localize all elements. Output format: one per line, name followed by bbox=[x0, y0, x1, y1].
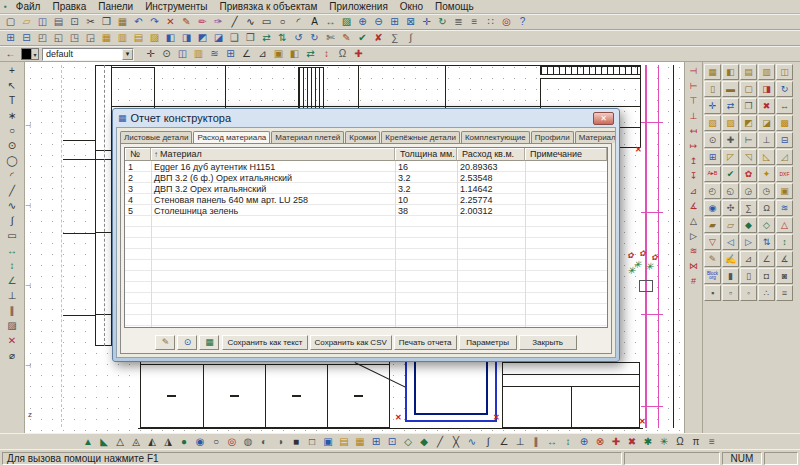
vertical-arrow-icon[interactable]: ↕ bbox=[561, 435, 576, 449]
spline-icon[interactable]: ∫ bbox=[5, 214, 20, 228]
back-arrow-icon[interactable]: ← bbox=[3, 47, 18, 61]
triangle-dot-icon[interactable]: ◬ bbox=[129, 435, 144, 449]
excel-export-icon[interactable]: ▦ bbox=[199, 335, 219, 350]
diamond-outline-icon[interactable]: ◇ bbox=[758, 217, 775, 233]
confirm-part-icon[interactable]: ✔ bbox=[722, 166, 739, 182]
angle-part-icon[interactable]: ∠ bbox=[758, 251, 775, 267]
diamond-outline-icon[interactable]: ◇ bbox=[401, 435, 416, 449]
view-bottom-right-icon[interactable]: ◲ bbox=[83, 31, 98, 45]
triangle-up-icon[interactable]: △ bbox=[776, 217, 793, 233]
tab-profile-materials[interactable]: Материалы профилей bbox=[575, 131, 615, 143]
menu-item[interactable]: Привязка к объектам bbox=[214, 0, 324, 13]
spline-bottom-icon[interactable]: ∫ bbox=[481, 435, 496, 449]
plus-icon[interactable]: ✚ bbox=[609, 435, 624, 449]
dxf-export-icon[interactable]: DXF bbox=[776, 166, 793, 182]
table-row[interactable]: 1 Egger 16 дуб аутентик H1151 16 20.8936… bbox=[125, 161, 607, 172]
board-icon[interactable]: ▣ bbox=[776, 183, 793, 199]
dimension-icon[interactable]: ↔ bbox=[323, 15, 338, 29]
arrow-down-icon[interactable]: ↧ bbox=[686, 169, 701, 183]
therefore-icon[interactable]: ∴ bbox=[758, 285, 775, 301]
table-icon[interactable]: ⊞ bbox=[3, 31, 18, 45]
layer-combobox[interactable]: default ▾ bbox=[42, 48, 134, 61]
hatch-icon[interactable]: ▨ bbox=[339, 15, 354, 29]
hand-write-icon[interactable]: ✍ bbox=[722, 251, 739, 267]
save-as-csv-button[interactable]: Сохранить как CSV bbox=[310, 335, 392, 350]
menu-item[interactable]: Правка bbox=[46, 0, 92, 13]
omega-bottom-icon[interactable]: Ω bbox=[673, 435, 688, 449]
line-tool-icon[interactable]: ╱ bbox=[5, 184, 20, 198]
view-top-right-icon[interactable]: ◳ bbox=[67, 31, 82, 45]
table-row[interactable]: 5 Столешница зелень 38 2.00312 bbox=[125, 205, 607, 216]
cabinet-tool-icon[interactable]: ◫ bbox=[175, 47, 190, 61]
pi-icon[interactable]: π bbox=[689, 435, 704, 449]
angle-bottom-icon[interactable]: ∠ bbox=[497, 435, 512, 449]
triangle-left-half-icon[interactable]: ◭ bbox=[145, 435, 160, 449]
table-row[interactable]: 2 ДВП 3.2 (6 ф.) Орех итальянский 3.2 2.… bbox=[125, 172, 607, 183]
small-square-icon[interactable]: ▪ bbox=[704, 285, 721, 301]
tab-components[interactable]: Комплектующие bbox=[461, 131, 530, 143]
text-tool-icon[interactable]: T bbox=[5, 94, 20, 108]
edit-report-icon[interactable]: ✎ bbox=[155, 335, 175, 350]
shelf-row-icon[interactable]: ▥ bbox=[191, 47, 206, 61]
center-circle-icon[interactable]: ⊙ bbox=[5, 139, 20, 153]
clock-q3-icon[interactable]: ◶ bbox=[740, 183, 757, 199]
horizontal-arrow-icon[interactable]: ↔ bbox=[545, 435, 560, 449]
triangle-right-icon[interactable]: ▷ bbox=[740, 234, 757, 250]
square-inner-icon[interactable]: ▣ bbox=[321, 435, 336, 449]
angle-dim-icon[interactable]: ∠ bbox=[5, 274, 20, 288]
hatch-right-icon[interactable]: ▨ bbox=[722, 115, 739, 131]
material-board-icon[interactable]: ▦ bbox=[99, 31, 114, 45]
right-triangle-part-icon[interactable]: ⊿ bbox=[740, 251, 757, 267]
menu-item[interactable]: Окно bbox=[394, 0, 429, 13]
measured-angle-part-icon[interactable]: ∡ bbox=[776, 251, 793, 267]
tab-fasteners[interactable]: Крепёжные детали bbox=[381, 131, 460, 143]
worktop-icon[interactable]: ▬ bbox=[722, 81, 739, 97]
preview-report-icon[interactable]: ⊙ bbox=[177, 335, 197, 350]
triangle-right-icon[interactable]: ▷ bbox=[686, 229, 701, 243]
ellipse-icon[interactable]: ◯ bbox=[5, 154, 20, 168]
flower-icon[interactable]: ✿ bbox=[740, 166, 757, 182]
print-icon[interactable]: ▤ bbox=[51, 15, 66, 29]
table-row[interactable]: 3 ДВП 3.2 Орех итальянский 3.2 1.14642 bbox=[125, 183, 607, 194]
wave-icon[interactable]: ∿ bbox=[465, 435, 480, 449]
menu-item[interactable]: Файл bbox=[10, 0, 47, 13]
rectangle-icon[interactable]: ▭ bbox=[259, 15, 274, 29]
tab-material-usage[interactable]: Расход материала bbox=[193, 131, 270, 143]
triangle-fill-icon[interactable]: ▲ bbox=[81, 435, 96, 449]
hatch-left-icon[interactable]: ▧ bbox=[704, 115, 721, 131]
star-icon[interactable]: ✳ bbox=[657, 435, 672, 449]
center-tool-icon[interactable]: ⊙ bbox=[159, 47, 174, 61]
lamp-icon[interactable]: ✦ bbox=[758, 166, 775, 182]
pan-icon[interactable]: ✛ bbox=[419, 15, 434, 29]
triangle-left-icon[interactable]: ◁ bbox=[722, 234, 739, 250]
dim-left-icon[interactable]: ⊣ bbox=[686, 64, 701, 78]
wedge-bl-icon[interactable]: ◺ bbox=[758, 149, 775, 165]
new-file-icon[interactable]: ▢ bbox=[3, 15, 18, 29]
vertical-dim-icon[interactable]: ↕ bbox=[5, 259, 20, 273]
half-top-icon[interactable]: ◩ bbox=[195, 31, 210, 45]
rows-icon[interactable]: ▤ bbox=[337, 435, 352, 449]
target-icon[interactable]: ◉ bbox=[704, 200, 721, 216]
swap-vertical-icon[interactable]: ⇅ bbox=[758, 234, 775, 250]
square-fill-icon[interactable]: ■ bbox=[289, 435, 304, 449]
times-circle-icon[interactable]: ⊗ bbox=[593, 435, 608, 449]
circle-target-icon[interactable]: ◉ bbox=[193, 435, 208, 449]
grid-tool-icon[interactable]: ⊞ bbox=[223, 47, 238, 61]
material-drawers-icon[interactable]: ▥ bbox=[115, 31, 130, 45]
dim-right-icon[interactable]: ⊢ bbox=[686, 79, 701, 93]
view-bottom-left-icon[interactable]: ◱ bbox=[51, 31, 66, 45]
inverse-circle-icon[interactable]: ◘ bbox=[758, 268, 775, 284]
open-file-icon[interactable]: ▱ bbox=[19, 15, 34, 29]
erase-tool-icon[interactable]: ✕ bbox=[5, 334, 20, 348]
zoom-in-icon[interactable]: ⊕ bbox=[355, 15, 370, 29]
table-row[interactable]: 4 Стеновая панель 640 мм арт. LU 258 10 … bbox=[125, 194, 607, 205]
split-horizontal-icon[interactable]: ⊟ bbox=[776, 132, 793, 148]
waves-icon[interactable]: ≋ bbox=[207, 47, 222, 61]
triangle-outline-icon[interactable]: △ bbox=[113, 435, 128, 449]
header-usage[interactable]: Расход кв.м. bbox=[457, 148, 525, 161]
cross-diagonal-icon[interactable]: ╳ bbox=[449, 435, 464, 449]
diagonal-icon[interactable]: ╱ bbox=[433, 435, 448, 449]
height-dim-icon[interactable]: ↕ bbox=[776, 234, 793, 250]
fastener-icon[interactable]: ✚ bbox=[722, 132, 739, 148]
arc-icon[interactable]: ◜ bbox=[291, 15, 306, 29]
